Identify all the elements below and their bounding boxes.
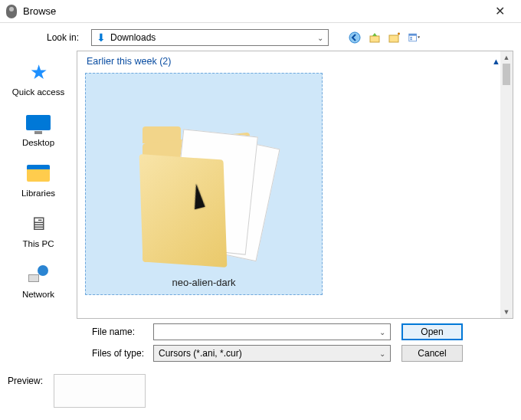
sidebar-item-network[interactable]: Network <box>0 256 77 307</box>
titlebar: Browse ✕ <box>0 0 521 23</box>
network-icon <box>27 265 50 284</box>
filename-input[interactable]: ⌄ <box>153 323 391 340</box>
filetype-value: Cursors (*.ani, *.cur) <box>159 348 242 359</box>
download-arrow-icon: ⬇ <box>97 31 106 44</box>
computer-icon: 🖥 <box>29 213 48 235</box>
sidebar-item-label: Network <box>22 290 54 299</box>
scroll-down-icon[interactable]: ▼ <box>500 306 513 318</box>
places-sidebar: ★ Quick access Desktop Libraries 🖥 This … <box>0 51 77 319</box>
close-button[interactable]: ✕ <box>484 1 515 22</box>
chevron-down-icon: ⌄ <box>317 34 323 42</box>
sidebar-item-this-pc[interactable]: 🖥 This PC <box>0 205 77 256</box>
file-list-area[interactable]: Earlier this week (2) ▲ neo-alien-dark ▲… <box>77 51 513 319</box>
chevron-down-icon[interactable]: ⌄ <box>379 328 385 336</box>
lookin-row: Look in: ⬇ Downloads ⌄ <box>0 23 521 51</box>
folder-icon <box>135 119 273 272</box>
preview-label: Preview: <box>8 374 43 386</box>
window-title: Browse <box>23 5 56 17</box>
svg-rect-5 <box>410 37 411 38</box>
sidebar-item-libraries[interactable]: Libraries <box>0 155 77 205</box>
cancel-button-label: Cancel <box>418 348 446 359</box>
cancel-button[interactable]: Cancel <box>401 345 463 362</box>
preview-box <box>54 374 146 408</box>
sidebar-item-label: Libraries <box>21 189 55 198</box>
svg-rect-1 <box>370 36 379 42</box>
vertical-scrollbar[interactable]: ▲ ▼ <box>500 51 513 318</box>
open-button[interactable]: Open <box>401 323 463 340</box>
monitor-icon <box>26 115 51 130</box>
scrollbar-track[interactable] <box>500 64 513 306</box>
group-header[interactable]: Earlier this week (2) ▲ <box>77 51 513 68</box>
chevron-down-icon[interactable]: ⌄ <box>379 349 385 358</box>
content-area: ★ Quick access Desktop Libraries 🖥 This … <box>0 51 521 319</box>
view-menu-button[interactable] <box>408 31 421 44</box>
sidebar-item-quick-access[interactable]: ★ Quick access <box>0 54 77 104</box>
sidebar-item-label: Desktop <box>22 138 54 147</box>
star-icon: ★ <box>30 61 48 84</box>
sidebar-item-desktop[interactable]: Desktop <box>0 104 77 155</box>
mouse-icon <box>6 5 17 18</box>
bottom-form: File name: ⌄ Open Files of type: Cursors… <box>0 319 521 369</box>
svg-rect-2 <box>389 35 398 42</box>
folder-item-label: neo-alien-dark <box>172 277 235 288</box>
filetype-dropdown[interactable]: Cursors (*.ani, *.cur) ⌄ <box>153 345 391 362</box>
sidebar-item-label: This PC <box>23 239 54 248</box>
svg-rect-4 <box>409 34 417 35</box>
lookin-dropdown[interactable]: ⬇ Downloads ⌄ <box>91 29 329 46</box>
open-button-label: Open <box>421 326 443 337</box>
new-folder-button[interactable] <box>388 31 401 44</box>
svg-point-0 <box>349 32 360 43</box>
lookin-label: Look in: <box>11 32 84 43</box>
group-header-text: Earlier this week (2) <box>87 56 171 67</box>
filename-label: File name: <box>0 326 153 337</box>
svg-rect-6 <box>410 39 411 41</box>
nav-toolbar <box>349 31 421 44</box>
filetype-label: Files of type: <box>0 348 153 359</box>
folder-item-selected[interactable]: neo-alien-dark <box>85 73 323 295</box>
scrollbar-thumb[interactable] <box>503 64 510 85</box>
sidebar-item-label: Quick access <box>12 87 64 97</box>
preview-row: Preview: <box>0 369 521 412</box>
scroll-up-icon[interactable]: ▲ <box>500 51 513 64</box>
lookin-value: Downloads <box>110 32 156 43</box>
back-button[interactable] <box>349 31 361 44</box>
libraries-icon <box>27 165 50 182</box>
up-one-level-button[interactable] <box>369 31 381 44</box>
